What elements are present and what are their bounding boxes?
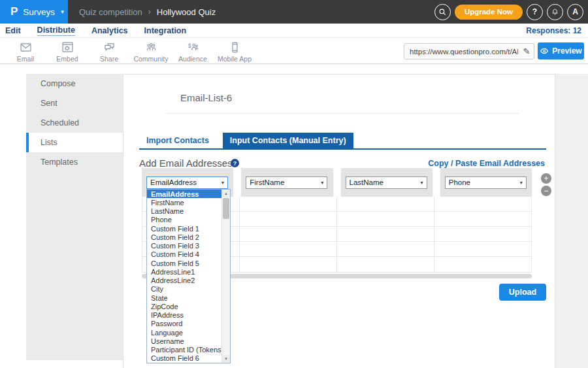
lists-panel: Email-List-6 Import Contacts Input Conta… [123, 74, 555, 368]
toolbar-item-label: Email [4, 55, 47, 63]
help-circle-icon[interactable]: ? [231, 159, 239, 167]
table-cell[interactable] [336, 242, 434, 256]
column-select-emailaddress[interactable]: EmailAddress ▾ [146, 176, 228, 189]
survey-url-input[interactable] [404, 48, 519, 56]
table-cell[interactable] [336, 257, 434, 272]
toolbar-item-community[interactable]: Community [129, 41, 172, 63]
toolbar-item-embed[interactable]: Embed [46, 41, 89, 63]
nav-item-analytics[interactable]: Analytics [91, 26, 128, 35]
tab-import-contacts[interactable]: Import Contacts [139, 133, 216, 148]
dropdown-option[interactable]: Custom Field 1 [147, 224, 221, 233]
upload-button[interactable]: Upload [499, 284, 546, 301]
product-label: Surveys [23, 7, 55, 17]
select-arrow-icon: ▾ [520, 180, 523, 186]
tabs-underline [139, 148, 546, 150]
table-cell[interactable] [434, 197, 531, 211]
svg-text:$: $ [188, 42, 191, 49]
sidebar-item-lists[interactable]: Lists [26, 133, 123, 152]
column-select-firstname[interactable]: FirstName ▾ [246, 176, 327, 189]
survey-url-box: ✎ [404, 43, 534, 59]
help-button[interactable]: ? [527, 4, 543, 20]
dropdown-option[interactable]: City [147, 285, 221, 293]
dropdown-option-selected[interactable]: EmailAddress [147, 190, 221, 198]
toolbar-item-audience[interactable]: $ Audience [171, 41, 214, 63]
table-cell[interactable] [336, 227, 434, 241]
dropdown-option[interactable]: Custom Field 2 [147, 233, 221, 241]
remove-row-button[interactable]: − [541, 186, 551, 196]
sidebar-item-scheduled[interactable]: Scheduled [26, 113, 123, 133]
table-cell[interactable] [239, 227, 336, 241]
email-icon [19, 41, 33, 54]
dropdown-option[interactable]: Custom Field 6 [147, 354, 221, 363]
dropdown-option[interactable]: LastName [147, 207, 221, 216]
column-select-lastname[interactable]: LastName ▾ [346, 176, 427, 189]
nav-item-distribute[interactable]: Distribute [37, 25, 75, 36]
scroll-down-icon[interactable]: ▾ [222, 355, 230, 363]
breadcrumb-parent[interactable]: Quiz competition [79, 7, 142, 17]
table-cell[interactable] [434, 257, 531, 272]
table-cell[interactable] [434, 242, 531, 256]
toolbar-item-label: Audience [171, 55, 214, 63]
dropdown-scrollbar[interactable]: ▴ ▾ [221, 190, 230, 363]
nav-item-integration[interactable]: Integration [144, 26, 187, 35]
select-arrow-icon: ▾ [321, 180, 323, 186]
dropdown-option[interactable]: FirstName [147, 198, 221, 207]
toolbar-item-label: Community [129, 55, 172, 63]
toolbar-item-mobile-app[interactable]: Mobile App [213, 41, 256, 63]
dropdown-option[interactable]: Custom Field 4 [147, 250, 221, 259]
dropdown-option[interactable]: Participant ID (Tokens) [147, 346, 221, 354]
copy-paste-link[interactable]: Copy / Paste Email Addresses [428, 159, 545, 168]
page-right-margin [555, 74, 588, 368]
mobile-app-icon [228, 41, 242, 54]
table-cell[interactable] [239, 212, 336, 226]
title-divider [166, 113, 519, 114]
dropdown-option[interactable]: AddressLine1 [147, 267, 221, 276]
edit-pencil-icon[interactable]: ✎ [519, 46, 534, 56]
dropdown-option[interactable]: Phone [147, 216, 221, 224]
nav-item-edit[interactable]: Edit [5, 26, 21, 35]
table-cell[interactable] [434, 212, 531, 226]
scroll-up-icon[interactable]: ▴ [222, 190, 230, 197]
account-button[interactable]: A [567, 4, 583, 20]
dropdown-option[interactable]: Language [147, 328, 221, 337]
sidebar-item-compose[interactable]: Compose [26, 74, 123, 93]
table-cell[interactable] [434, 227, 531, 241]
table-cell[interactable] [336, 212, 434, 226]
surveys-menu[interactable]: P Surveys ▾ [0, 0, 68, 24]
dropdown-option[interactable]: Custom Field 5 [147, 259, 221, 267]
dropdown-option[interactable]: Password [147, 320, 221, 328]
toolbar-item-share[interactable]: Share [88, 41, 131, 63]
preview-button[interactable]: Preview [538, 42, 584, 59]
table-cell[interactable] [239, 242, 336, 256]
minus-icon: − [544, 187, 548, 195]
dropdown-option[interactable]: ZipCode [147, 302, 221, 310]
questionpro-logo: P [10, 5, 18, 18]
search-button[interactable] [434, 4, 451, 20]
add-row-button[interactable]: + [541, 173, 551, 184]
upgrade-button[interactable]: Upgrade Now [455, 5, 523, 20]
dropdown-option[interactable]: AddressLine2 [147, 276, 221, 285]
email-sidebar: Compose Sent Scheduled Lists Templates [26, 74, 123, 360]
column-header: Phone ▾ [433, 168, 532, 197]
table-cell[interactable] [239, 257, 336, 272]
responses-count[interactable]: Responses: 12 [526, 26, 581, 35]
dropdown-option[interactable]: Username [147, 337, 221, 345]
select-value: Phone [449, 178, 470, 186]
column-select-phone[interactable]: Phone ▾ [445, 176, 527, 189]
help-icon: ? [532, 7, 537, 16]
notifications-button[interactable] [547, 4, 563, 20]
preview-label: Preview [552, 46, 581, 56]
scrollbar-thumb[interactable] [223, 198, 229, 219]
dropdown-option[interactable]: State [147, 293, 221, 302]
table-cell[interactable] [239, 197, 336, 211]
sidebar-item-templates[interactable]: Templates [26, 152, 123, 172]
dropdown-option[interactable]: Custom Field 3 [147, 242, 221, 250]
toolbar-item-email[interactable]: Email [4, 41, 47, 63]
tab-input-contacts-manual-entry[interactable]: Input Contacts (Manual Entry) [223, 133, 353, 148]
dropdown-option[interactable]: IPAddress [147, 311, 221, 320]
sidebar-item-sent[interactable]: Sent [26, 93, 123, 113]
email-list-title: Email-List-6 [180, 92, 232, 103]
select-value: FirstName [250, 178, 284, 186]
table-cell[interactable] [336, 197, 434, 211]
breadcrumb: Quiz competition › Hollywood Quiz [79, 0, 216, 24]
